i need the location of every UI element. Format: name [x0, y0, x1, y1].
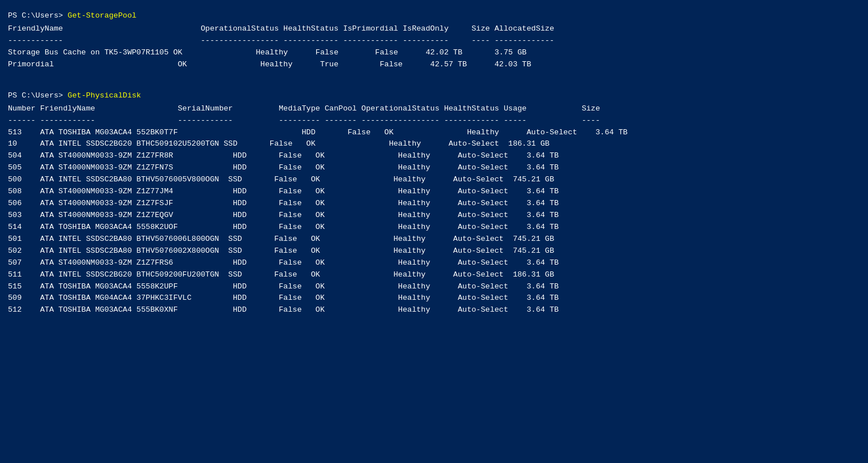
physicaldisk-row-0: 513 ATA TOSHIBA MG03ACA4 552BK0T7F HDD F…	[8, 127, 860, 139]
storagepool-header: FriendlyName OperationalStatus HealthSta…	[8, 23, 860, 35]
command-2: Get-PhysicalDisk	[67, 91, 141, 100]
spacer-1	[8, 75, 860, 86]
physicaldisk-header: Number FriendlyName SerialNumber MediaTy…	[8, 103, 860, 115]
physicaldisk-output: Number FriendlyName SerialNumber MediaTy…	[8, 103, 860, 317]
physicaldisk-row-5: 508 ATA ST4000NM0033-9ZM Z1Z77JM4 HDD Fa…	[8, 186, 860, 198]
physicaldisk-row-13: 515 ATA TOSHIBA MG03ACA4 5558K2UPF HDD F…	[8, 281, 860, 293]
prompt-2: PS C:\Users>	[8, 91, 67, 100]
storagepool-section: PS C:\Users> Get-StoragePool FriendlyNam…	[8, 11, 860, 71]
physicaldisk-row-1: 10 ATA INTEL SSDSC2BG20 BTHC509102U5200T…	[8, 138, 860, 150]
physicaldisk-row-6: 506 ATA ST4000NM0033-9ZM Z1Z7FSJF HDD Fa…	[8, 198, 860, 210]
physicaldisk-row-15: 512 ATA TOSHIBA MG03ACA4 555BK0XNF HDD F…	[8, 304, 860, 316]
physicaldisk-row-3: 505 ATA ST4000NM0033-9ZM Z1Z7FN7S HDD Fa…	[8, 162, 860, 174]
physicaldisk-row-11: 507 ATA ST4000NM0033-9ZM Z1Z7FRS6 HDD Fa…	[8, 257, 860, 269]
command-line-1: PS C:\Users> Get-StoragePool	[8, 11, 860, 20]
physicaldisk-row-12: 511 ATA INTEL SSDSC2BG20 BTHC509200FU200…	[8, 269, 860, 281]
storagepool-row-0: Storage Bus Cache on TK5-3WP07R1105 OK H…	[8, 47, 860, 59]
storagepool-row-1: Primordial OK Healthy True False 42.57 T…	[8, 59, 860, 71]
physicaldisk-section: PS C:\Users> Get-PhysicalDisk Number Fri…	[8, 91, 860, 317]
storagepool-separator: ------------ ----------------- ---------…	[8, 35, 860, 47]
physicaldisk-row-14: 509 ATA TOSHIBA MG04ACA4 37PHKC3IFVLC HD…	[8, 292, 860, 304]
physicaldisk-row-8: 514 ATA TOSHIBA MG03ACA4 5558K2UOF HDD F…	[8, 222, 860, 233]
physicaldisk-row-7: 503 ATA ST4000NM0033-9ZM Z1Z7EQGV HDD Fa…	[8, 210, 860, 222]
physicaldisk-row-2: 504 ATA ST4000NM0033-9ZM Z1Z7FR8R HDD Fa…	[8, 150, 860, 162]
physicaldisk-separator: ------ ------------ ------------ -------…	[8, 115, 860, 127]
prompt-1: PS C:\Users>	[8, 11, 67, 20]
terminal-window: PS C:\Users> Get-StoragePool FriendlyNam…	[8, 11, 860, 316]
command-1: Get-StoragePool	[67, 11, 137, 20]
physicaldisk-row-4: 500 ATA INTEL SSDSC2BA80 BTHV5076005V800…	[8, 174, 860, 186]
physicaldisk-row-10: 502 ATA INTEL SSDSC2BA80 BTHV5076002X800…	[8, 245, 860, 257]
physicaldisk-row-9: 501 ATA INTEL SSDSC2BA80 BTHV5076006L800…	[8, 233, 860, 245]
command-line-2: PS C:\Users> Get-PhysicalDisk	[8, 91, 860, 100]
storagepool-output: FriendlyName OperationalStatus HealthSta…	[8, 23, 860, 71]
